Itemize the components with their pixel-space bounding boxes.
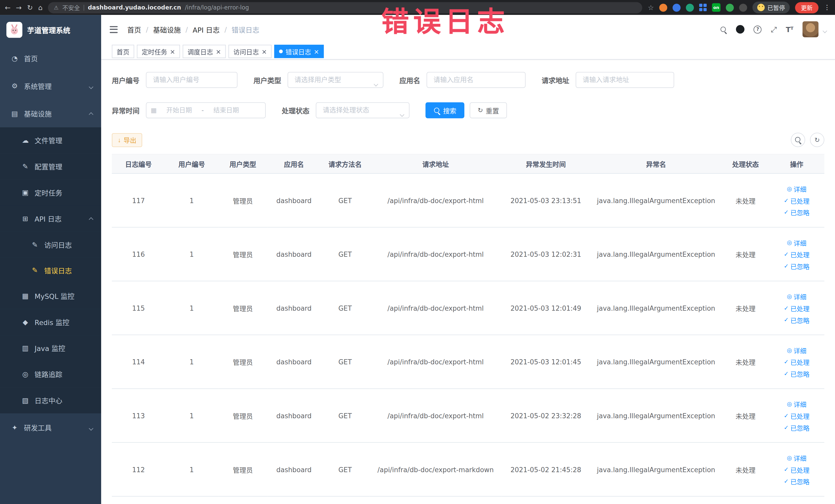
sidebar-item-error-log[interactable]: ✎ 错误日志: [0, 257, 101, 283]
eye-icon: ◎: [787, 240, 792, 245]
app-logo[interactable]: 芋道管理系统: [0, 15, 101, 44]
ignored-link[interactable]: ✓已忽略: [784, 314, 810, 326]
close-icon[interactable]: ×: [216, 48, 221, 55]
check-icon: ✓: [784, 424, 789, 430]
browser-update-button[interactable]: 更新: [795, 2, 818, 13]
extension-icon-grid[interactable]: [699, 4, 707, 11]
table-row: 117 1 管理员 dashboard GET /api/infra/db-do…: [112, 173, 824, 227]
processed-link[interactable]: ✓已处理: [784, 302, 810, 314]
browser-menu-icon[interactable]: ⋮: [824, 4, 830, 11]
breadcrumb-infrastructure[interactable]: 基础设施: [153, 24, 181, 34]
start-date-input[interactable]: [159, 106, 200, 114]
breadcrumb-home[interactable]: 首页: [127, 24, 141, 34]
detail-link[interactable]: ◎详细: [787, 183, 807, 195]
tab-schedule-log[interactable]: 调度日志 ×: [183, 45, 226, 58]
breadcrumb-api-log[interactable]: API 日志: [193, 24, 220, 34]
reset-button[interactable]: ↻ 重置: [470, 102, 507, 118]
sidebar-item-system-management[interactable]: ⚙ 系统管理: [0, 72, 101, 100]
sidebar-item-scheduled-tasks[interactable]: ▣ 定时任务: [0, 180, 101, 206]
sidebar-toggle-icon[interactable]: [109, 26, 118, 33]
processed-link[interactable]: ✓已处理: [784, 194, 810, 206]
refresh-icon[interactable]: ↻: [27, 4, 33, 11]
detail-link[interactable]: ◎详细: [787, 452, 807, 464]
sidebar-item-infrastructure[interactable]: ▤ 基础设施: [0, 100, 101, 127]
eye-icon: ◎: [787, 293, 792, 299]
processed-link[interactable]: ✓已处理: [784, 248, 810, 260]
close-icon[interactable]: ×: [262, 48, 267, 55]
user-type-select[interactable]: [287, 72, 383, 88]
extension-icon-orange[interactable]: [659, 3, 667, 11]
sidebar-item-java-monitor[interactable]: ▥ Java 监控: [0, 335, 101, 361]
job-icon: ▣: [21, 189, 29, 197]
ignored-link[interactable]: ✓已忽略: [784, 260, 810, 272]
tab-error-log[interactable]: 错误日志 ×: [274, 45, 324, 58]
java-icon: ▥: [21, 344, 29, 352]
col-app-name: 应用名: [267, 154, 320, 174]
forward-icon[interactable]: →: [16, 4, 22, 11]
eye-icon: ◎: [787, 347, 792, 353]
detail-link[interactable]: ◎详细: [787, 398, 807, 410]
col-exception-name: 异常名: [590, 154, 722, 174]
sidebar-item-file-management[interactable]: ☁ 文件管理: [0, 127, 101, 154]
sidebar-item-trace[interactable]: ◎ 链路追踪: [0, 361, 101, 387]
close-icon[interactable]: ×: [170, 48, 175, 55]
date-range-picker[interactable]: ▦ -: [146, 102, 266, 118]
user-id-input[interactable]: [146, 72, 238, 88]
navbar-actions: ? ⤢ TT: [720, 21, 827, 37]
home-icon[interactable]: ⌂: [38, 4, 43, 11]
process-status-select[interactable]: [316, 102, 409, 118]
paused-badge[interactable]: 已暂停: [752, 2, 790, 13]
extension-icon-dark[interactable]: [739, 3, 747, 11]
tab-scheduled-tasks[interactable]: 定时任务 ×: [137, 45, 180, 58]
eye-icon: ◎: [787, 401, 792, 407]
col-user-type: 用户类型: [219, 154, 267, 174]
github-icon[interactable]: [736, 25, 745, 34]
detail-link[interactable]: ◎详细: [787, 344, 807, 356]
url-bar[interactable]: ⚠ 不安全 dashboard.yudao.iocoder.cn/infra/l…: [48, 2, 643, 13]
bookmark-star-icon[interactable]: ☆: [648, 3, 654, 11]
check-icon: ✓: [784, 412, 789, 419]
processed-link[interactable]: ✓已处理: [784, 463, 810, 475]
back-icon[interactable]: ←: [5, 4, 11, 11]
sidebar-item-log-center[interactable]: ▧ 日志中心: [0, 387, 101, 414]
app-name-input[interactable]: [427, 72, 526, 88]
font-size-icon[interactable]: TT: [786, 25, 793, 33]
tab-access-log[interactable]: 访问日志 ×: [228, 45, 271, 58]
filter-user-type: 用户类型: [253, 72, 384, 88]
close-icon[interactable]: ×: [314, 48, 319, 55]
refresh-table-button[interactable]: ↻: [810, 133, 824, 147]
ignored-link[interactable]: ✓已忽略: [784, 475, 810, 487]
search-button[interactable]: 搜索: [426, 102, 464, 118]
extension-icon-teal[interactable]: [686, 3, 694, 11]
detail-link[interactable]: ◎详细: [787, 237, 807, 248]
processed-link[interactable]: ✓已处理: [784, 410, 810, 422]
sidebar-item-api-log[interactable]: ⊞ API 日志: [0, 206, 101, 232]
col-log-id: 日志编号: [112, 154, 165, 174]
ignored-link[interactable]: ✓已忽略: [784, 206, 810, 218]
toggle-search-button[interactable]: [791, 133, 805, 147]
help-icon[interactable]: ?: [754, 25, 761, 33]
sidebar-item-home[interactable]: ◔ 首页: [0, 44, 101, 72]
export-button[interactable]: ↓ 导出: [112, 133, 142, 147]
calendar-icon: ▦: [151, 106, 157, 114]
sidebar-item-mysql-monitor[interactable]: ▦ MySQL 监控: [0, 283, 101, 309]
ignored-link[interactable]: ✓已忽略: [784, 421, 810, 433]
user-avatar[interactable]: [802, 21, 818, 37]
extension-icon-blue[interactable]: [673, 3, 680, 11]
fullscreen-icon[interactable]: ⤢: [771, 25, 777, 34]
end-date-input[interactable]: [206, 106, 246, 114]
ignored-link[interactable]: ✓已忽略: [784, 368, 810, 380]
request-url-input[interactable]: [576, 72, 674, 88]
sidebar-item-config-management[interactable]: ✎ 配置管理: [0, 154, 101, 180]
processed-link[interactable]: ✓已处理: [784, 356, 810, 368]
sidebar-item-redis-monitor[interactable]: ◆ Redis 监控: [0, 309, 101, 335]
extension-icon-green[interactable]: [726, 3, 734, 11]
avatar-caret-icon[interactable]: [823, 24, 826, 34]
extension-icon-on-badge[interactable]: on: [712, 3, 720, 12]
sidebar-item-dev-tools[interactable]: ✦ 研发工具: [0, 414, 101, 441]
search-icon[interactable]: [720, 26, 727, 33]
sidebar-item-access-log[interactable]: ✎ 访问日志: [0, 232, 101, 258]
sidebar-filler: [0, 441, 101, 504]
detail-link[interactable]: ◎详细: [787, 290, 807, 302]
tab-home[interactable]: 首页: [112, 45, 134, 58]
